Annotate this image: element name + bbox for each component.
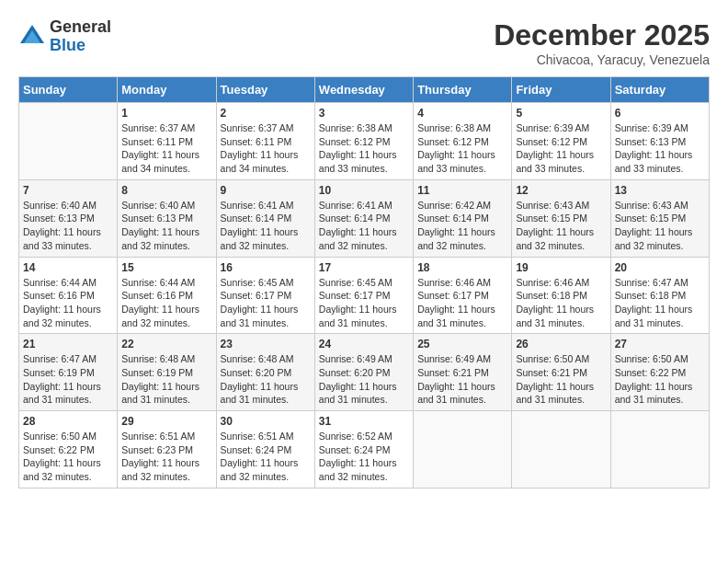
day-number: 2	[221, 107, 311, 120]
calendar-cell: 30Sunrise: 6:51 AMSunset: 6:24 PMDayligh…	[216, 411, 314, 488]
day-info: Sunrise: 6:47 AMSunset: 6:19 PMDaylight:…	[23, 352, 113, 407]
calendar-cell: 11Sunrise: 6:42 AMSunset: 6:14 PMDayligh…	[414, 179, 512, 257]
calendar-cell: 29Sunrise: 6:51 AMSunset: 6:23 PMDayligh…	[118, 411, 216, 488]
calendar-cell: 24Sunrise: 6:49 AMSunset: 6:20 PMDayligh…	[314, 334, 413, 411]
day-info: Sunrise: 6:50 AMSunset: 6:21 PMDaylight:…	[516, 352, 606, 407]
location: Chivacoa, Yaracuy, Venezuela	[494, 52, 710, 67]
calendar-cell	[512, 411, 610, 488]
weekday-header: Monday	[118, 77, 216, 103]
logo-blue: Blue	[50, 37, 111, 55]
calendar-cell: 9Sunrise: 6:41 AMSunset: 6:14 PMDaylight…	[216, 179, 314, 257]
calendar-cell	[414, 411, 512, 488]
day-info: Sunrise: 6:49 AMSunset: 6:20 PMDaylight:…	[319, 352, 409, 407]
logo-general: General	[50, 18, 111, 37]
day-info: Sunrise: 6:50 AMSunset: 6:22 PMDaylight:…	[23, 430, 113, 484]
logo-icon	[18, 23, 46, 51]
day-number: 11	[417, 184, 507, 197]
calendar-cell: 13Sunrise: 6:43 AMSunset: 6:15 PMDayligh…	[610, 179, 709, 257]
day-number: 22	[121, 338, 211, 350]
calendar-cell: 31Sunrise: 6:52 AMSunset: 6:24 PMDayligh…	[314, 411, 413, 488]
weekday-header-row: SundayMondayTuesdayWednesdayThursdayFrid…	[19, 77, 710, 103]
page-header: General Blue December 2025 Chivacoa, Yar…	[18, 18, 710, 67]
calendar-table: SundayMondayTuesdayWednesdayThursdayFrid…	[18, 76, 710, 488]
day-number: 17	[319, 261, 409, 274]
day-info: Sunrise: 6:51 AMSunset: 6:24 PMDaylight:…	[221, 430, 311, 484]
calendar-cell: 23Sunrise: 6:48 AMSunset: 6:20 PMDayligh…	[216, 334, 314, 411]
calendar-cell	[610, 411, 709, 488]
day-info: Sunrise: 6:52 AMSunset: 6:24 PMDaylight:…	[319, 430, 409, 484]
day-info: Sunrise: 6:40 AMSunset: 6:13 PMDaylight:…	[121, 199, 211, 253]
day-number: 29	[121, 415, 211, 428]
day-info: Sunrise: 6:43 AMSunset: 6:15 PMDaylight:…	[615, 199, 705, 253]
calendar-week-row: 14Sunrise: 6:44 AMSunset: 6:16 PMDayligh…	[19, 257, 710, 334]
day-info: Sunrise: 6:42 AMSunset: 6:14 PMDaylight:…	[417, 199, 507, 253]
day-number: 25	[417, 338, 507, 350]
day-info: Sunrise: 6:39 AMSunset: 6:12 PMDaylight:…	[516, 121, 606, 176]
calendar-cell: 22Sunrise: 6:48 AMSunset: 6:19 PMDayligh…	[118, 334, 216, 411]
day-number: 23	[221, 338, 311, 350]
calendar-cell: 8Sunrise: 6:40 AMSunset: 6:13 PMDaylight…	[118, 179, 216, 257]
weekday-header: Friday	[512, 77, 610, 103]
calendar-cell: 10Sunrise: 6:41 AMSunset: 6:14 PMDayligh…	[314, 179, 413, 257]
calendar-cell: 28Sunrise: 6:50 AMSunset: 6:22 PMDayligh…	[19, 411, 118, 488]
day-number: 14	[23, 261, 113, 274]
calendar-cell: 19Sunrise: 6:46 AMSunset: 6:18 PMDayligh…	[512, 257, 610, 334]
weekday-header: Saturday	[610, 77, 709, 103]
calendar-cell: 18Sunrise: 6:46 AMSunset: 6:17 PMDayligh…	[414, 257, 512, 334]
day-info: Sunrise: 6:44 AMSunset: 6:16 PMDaylight:…	[121, 276, 211, 330]
day-number: 16	[221, 261, 311, 274]
day-info: Sunrise: 6:45 AMSunset: 6:17 PMDaylight:…	[319, 276, 409, 330]
day-info: Sunrise: 6:40 AMSunset: 6:13 PMDaylight:…	[23, 199, 113, 253]
day-number: 9	[221, 184, 311, 197]
day-info: Sunrise: 6:39 AMSunset: 6:13 PMDaylight:…	[615, 121, 705, 176]
calendar-cell: 5Sunrise: 6:39 AMSunset: 6:12 PMDaylight…	[512, 103, 610, 180]
day-number: 7	[23, 184, 113, 197]
day-number: 12	[516, 184, 606, 197]
day-number: 24	[319, 338, 409, 350]
day-number: 26	[516, 338, 606, 350]
day-number: 4	[417, 107, 507, 120]
day-number: 10	[319, 184, 409, 197]
calendar-cell: 7Sunrise: 6:40 AMSunset: 6:13 PMDaylight…	[19, 179, 118, 257]
day-info: Sunrise: 6:48 AMSunset: 6:20 PMDaylight:…	[221, 352, 311, 407]
day-number: 28	[23, 415, 113, 428]
weekday-header: Sunday	[19, 77, 118, 103]
day-number: 18	[417, 261, 507, 274]
calendar-cell: 17Sunrise: 6:45 AMSunset: 6:17 PMDayligh…	[314, 257, 413, 334]
month-title: December 2025	[494, 18, 710, 52]
day-number: 8	[121, 184, 211, 197]
day-number: 13	[615, 184, 705, 197]
calendar-cell: 26Sunrise: 6:50 AMSunset: 6:21 PMDayligh…	[512, 334, 610, 411]
day-info: Sunrise: 6:51 AMSunset: 6:23 PMDaylight:…	[121, 430, 211, 484]
day-info: Sunrise: 6:45 AMSunset: 6:17 PMDaylight:…	[221, 276, 311, 330]
calendar-cell: 1Sunrise: 6:37 AMSunset: 6:11 PMDaylight…	[118, 103, 216, 180]
day-number: 3	[319, 107, 409, 120]
day-info: Sunrise: 6:47 AMSunset: 6:18 PMDaylight:…	[615, 276, 705, 330]
day-info: Sunrise: 6:37 AMSunset: 6:11 PMDaylight:…	[221, 121, 311, 176]
calendar-week-row: 1Sunrise: 6:37 AMSunset: 6:11 PMDaylight…	[19, 103, 710, 180]
day-number: 1	[121, 107, 211, 120]
weekday-header: Wednesday	[314, 77, 413, 103]
day-info: Sunrise: 6:41 AMSunset: 6:14 PMDaylight:…	[221, 199, 311, 253]
calendar-cell: 15Sunrise: 6:44 AMSunset: 6:16 PMDayligh…	[118, 257, 216, 334]
day-number: 15	[121, 261, 211, 274]
day-number: 19	[516, 261, 606, 274]
calendar-cell: 4Sunrise: 6:38 AMSunset: 6:12 PMDaylight…	[414, 103, 512, 180]
day-info: Sunrise: 6:46 AMSunset: 6:18 PMDaylight:…	[516, 276, 606, 330]
calendar-week-row: 28Sunrise: 6:50 AMSunset: 6:22 PMDayligh…	[19, 411, 710, 488]
calendar-cell: 14Sunrise: 6:44 AMSunset: 6:16 PMDayligh…	[19, 257, 118, 334]
calendar-cell: 21Sunrise: 6:47 AMSunset: 6:19 PMDayligh…	[19, 334, 118, 411]
calendar-cell: 6Sunrise: 6:39 AMSunset: 6:13 PMDaylight…	[610, 103, 709, 180]
logo: General Blue	[18, 18, 111, 55]
day-info: Sunrise: 6:43 AMSunset: 6:15 PMDaylight:…	[516, 199, 606, 253]
day-number: 21	[23, 338, 113, 350]
calendar-cell	[19, 103, 118, 180]
calendar-cell: 16Sunrise: 6:45 AMSunset: 6:17 PMDayligh…	[216, 257, 314, 334]
day-info: Sunrise: 6:49 AMSunset: 6:21 PMDaylight:…	[417, 352, 507, 407]
day-info: Sunrise: 6:38 AMSunset: 6:12 PMDaylight:…	[417, 121, 507, 176]
weekday-header: Thursday	[414, 77, 512, 103]
day-info: Sunrise: 6:44 AMSunset: 6:16 PMDaylight:…	[23, 276, 113, 330]
day-number: 20	[615, 261, 705, 274]
day-info: Sunrise: 6:38 AMSunset: 6:12 PMDaylight:…	[319, 121, 409, 176]
calendar-cell: 27Sunrise: 6:50 AMSunset: 6:22 PMDayligh…	[610, 334, 709, 411]
